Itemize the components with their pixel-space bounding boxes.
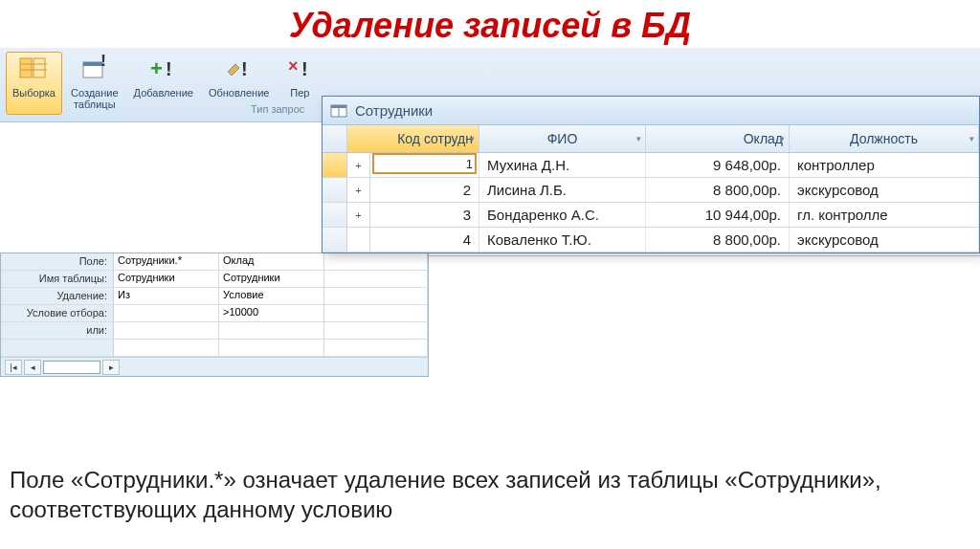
grid-cell[interactable] — [219, 340, 324, 356]
grid-label-criteria: Условие отбора: — [1, 305, 114, 321]
cell-fio[interactable]: Бондаренко А.С. — [479, 203, 646, 227]
svg-text:×: × — [288, 56, 299, 76]
row-selector[interactable] — [323, 153, 347, 177]
dropdown-icon[interactable]: ▾ — [636, 134, 641, 143]
grid-cell[interactable] — [324, 271, 428, 287]
cell-oklad[interactable]: 10 944,00р. — [646, 203, 790, 227]
cell-oklad[interactable]: 8 800,00р. — [646, 228, 790, 252]
grid-label-blank — [1, 340, 114, 356]
nav-prev-icon[interactable]: ◂ — [24, 360, 41, 375]
cell-oklad[interactable]: 8 800,00р. — [646, 178, 790, 202]
grid-label-delete: Удаление: — [1, 288, 114, 304]
ribbon-select-btn[interactable]: Выборка — [6, 52, 62, 115]
table-row[interactable]: + 3 Бондаренко А.С. 10 944,00р. гл. конт… — [323, 203, 979, 228]
ribbon-append-btn[interactable]: +! Добавление — [127, 52, 200, 115]
grid-cell[interactable] — [324, 322, 428, 339]
grid-cell[interactable] — [324, 305, 428, 321]
cell-pos[interactable]: гл. контролле — [790, 203, 979, 227]
cell-fio[interactable]: Мухина Д.Н. — [479, 153, 646, 177]
nav-input[interactable] — [43, 361, 100, 374]
update-query-icon: ! — [224, 55, 255, 85]
svg-rect-0 — [20, 58, 32, 77]
cell-fio[interactable]: Коваленко Т.Ю. — [479, 228, 646, 252]
query-grid: Поле: Сотрудники.* Оклад Имя таблицы: Со… — [0, 253, 429, 377]
cell-id[interactable]: 4 — [370, 228, 479, 252]
make-table-icon: ! — [79, 55, 110, 85]
svg-text:!: ! — [166, 58, 172, 79]
grid-cell[interactable]: Условие — [219, 288, 324, 304]
datasheet-titlebar[interactable]: Сотрудники — [323, 97, 979, 125]
row-selector[interactable] — [323, 178, 347, 202]
cell-pos[interactable]: экскурсовод — [790, 178, 979, 202]
table-row[interactable]: 4 Коваленко Т.Ю. 8 800,00р. экскурсовод — [323, 228, 979, 253]
expand-icon[interactable]: + — [347, 203, 370, 227]
col-header-id[interactable]: Код сотрудн▾ — [347, 125, 479, 152]
ribbon-label: Создание таблицы — [71, 87, 119, 110]
svg-rect-5 — [83, 62, 102, 66]
slide-title: Удаление записей в БД — [0, 0, 980, 48]
expand-icon[interactable]: + — [347, 178, 370, 202]
row-selector[interactable] — [323, 228, 347, 252]
dropdown-icon[interactable]: ▾ — [969, 134, 974, 143]
svg-text:!: ! — [241, 58, 248, 79]
footer-explanation: Поле «Сотрудники.*» означает удаление вс… — [10, 465, 967, 524]
col-header-oklad[interactable]: Оклад▾ — [646, 125, 790, 152]
ribbon-label: Пер — [290, 87, 309, 99]
grid-cell[interactable] — [219, 322, 324, 339]
grid-cell[interactable]: Из — [114, 288, 219, 304]
editing-cell[interactable]: 1 — [372, 153, 477, 174]
cell-id[interactable]: 3 — [370, 203, 479, 227]
ribbon-maketable-btn[interactable]: ! Создание таблицы — [64, 52, 125, 115]
expand-icon[interactable] — [347, 228, 370, 252]
ribbon-label: Обновление — [209, 87, 270, 99]
ribbon-label: Выборка — [12, 87, 56, 99]
svg-rect-1 — [33, 58, 45, 77]
cell-id[interactable]: 2 — [370, 178, 479, 202]
cell-oklad[interactable]: 9 648,00р. — [646, 153, 790, 177]
grid-cell[interactable] — [114, 340, 219, 356]
dropdown-icon[interactable]: ▾ — [780, 134, 785, 143]
row-selector[interactable] — [323, 203, 347, 227]
grid-cell[interactable]: Сотрудники.* — [114, 253, 219, 270]
ribbon-label: Добавление — [134, 87, 193, 99]
datasheet-header-row: Код сотрудн▾ ФИО▾ Оклад▾ Должность▾ — [323, 125, 979, 153]
grid-cell[interactable] — [324, 288, 428, 304]
grid-cell[interactable]: Сотрудники — [219, 271, 324, 287]
grid-cell[interactable]: >10000 — [219, 305, 324, 321]
append-query-icon: +! — [148, 55, 179, 85]
cell-pos[interactable]: контроллер — [790, 153, 979, 177]
grid-label-field: Поле: — [1, 253, 114, 270]
table-row[interactable]: + 1 Мухина Д.Н. 9 648,00р. контроллер — [323, 153, 979, 178]
grid-cell[interactable]: Сотрудники — [114, 271, 219, 287]
table-row[interactable]: + 2 Лисина Л.Б. 8 800,00р. экскурсовод — [323, 178, 979, 203]
grid-nav: |◂ ◂ ▸ — [1, 357, 428, 376]
grid-cell[interactable] — [324, 340, 428, 356]
datasheet-icon — [330, 102, 347, 120]
grid-cell[interactable] — [114, 305, 219, 321]
datasheet-title-text: Сотрудники — [355, 102, 433, 119]
col-header-pos[interactable]: Должность▾ — [790, 125, 979, 152]
svg-text:!: ! — [301, 58, 308, 79]
dropdown-icon[interactable]: ▾ — [470, 134, 475, 143]
nav-first-icon[interactable]: |◂ — [5, 360, 22, 375]
svg-text:!: ! — [100, 55, 106, 70]
select-all-corner[interactable] — [323, 125, 347, 152]
grid-cell[interactable]: Оклад — [219, 253, 324, 270]
crosstab-icon: ×! — [284, 55, 315, 85]
datasheet-window: Сотрудники Код сотрудн▾ ФИО▾ Оклад▾ Долж… — [322, 96, 980, 253]
grid-cell[interactable] — [114, 322, 219, 339]
grid-label-table: Имя таблицы: — [1, 271, 114, 287]
expand-icon[interactable]: + — [347, 153, 370, 177]
cell-fio[interactable]: Лисина Л.Б. — [479, 178, 646, 202]
nav-next-icon[interactable]: ▸ — [102, 360, 120, 375]
select-query-icon — [18, 55, 49, 85]
col-header-fio[interactable]: ФИО▾ — [479, 125, 646, 152]
grid-label-or: или: — [1, 322, 114, 339]
ribbon-group-label: Тип запрос — [251, 103, 304, 115]
grid-cell[interactable] — [324, 253, 428, 270]
svg-text:+: + — [150, 56, 163, 80]
cell-pos[interactable]: экскурсовод — [790, 228, 979, 252]
